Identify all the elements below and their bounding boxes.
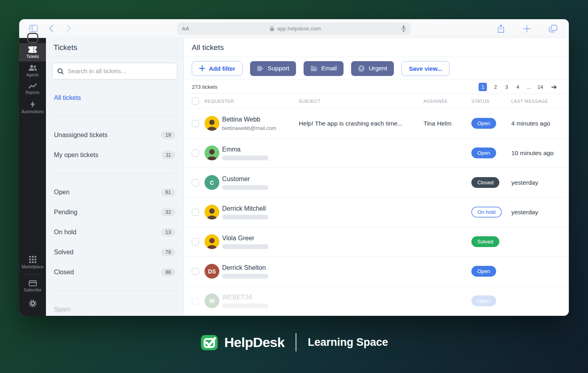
- row-checkbox[interactable]: [192, 179, 199, 186]
- chats-icon[interactable]: [27, 33, 38, 43]
- row-checkbox[interactable]: [192, 268, 199, 275]
- view-solved[interactable]: Solved 79: [54, 242, 175, 262]
- microphone-icon[interactable]: [401, 25, 406, 32]
- filter-chip-support[interactable]: Support: [250, 61, 296, 76]
- view-pending[interactable]: Pending 32: [54, 202, 175, 222]
- view-closed[interactable]: Closed 88: [54, 262, 175, 282]
- filter-chip-urgent[interactable]: Urgent: [351, 61, 394, 76]
- page-1[interactable]: 1: [479, 83, 487, 91]
- count-badge: 19: [161, 131, 175, 139]
- next-page-icon[interactable]: ➔: [551, 83, 557, 91]
- sidebar-toggle-icon[interactable]: [29, 24, 38, 33]
- ticket-search[interactable]: [52, 63, 177, 80]
- rail-item-marketplace[interactable]: Marketplace: [19, 253, 46, 272]
- rail-item-subscribe[interactable]: Subscribe: [19, 277, 46, 295]
- status-badge[interactable]: On hold: [471, 207, 502, 217]
- col-assignee: ASSIGNEE: [423, 99, 471, 104]
- divider: [54, 174, 175, 174]
- ticket-row[interactable]: Bettina Webb bettinawebb@mail.com Help! …: [184, 109, 569, 138]
- placeholder-bar: [222, 303, 268, 308]
- grid-icon: [29, 256, 36, 263]
- status-badge[interactable]: Open: [471, 295, 496, 306]
- list-meta-bar: 273 tickets 1 2 3 4 ... 14 ➔: [184, 80, 569, 94]
- forward-icon[interactable]: [64, 24, 74, 33]
- url-text: app.helpdesk.com: [277, 26, 321, 32]
- people-icon: [28, 65, 37, 71]
- chart-line-icon: [28, 83, 37, 89]
- ticket-row[interactable]: C Customer Closed yesterday: [184, 168, 569, 197]
- lightning-icon: [30, 101, 36, 108]
- add-filter-button[interactable]: Add filter: [192, 61, 242, 76]
- ticket-row[interactable]: Emma Open 10 minutes ago: [184, 138, 569, 168]
- new-tab-icon[interactable]: [522, 24, 532, 34]
- avatar: [205, 116, 219, 131]
- panel-title: Tickets: [46, 38, 183, 57]
- folder-icon: [310, 66, 317, 72]
- ticket-row[interactable]: Viola Greer Solved: [184, 227, 569, 257]
- tabs-overview-icon[interactable]: [548, 24, 558, 34]
- rail-item-agents[interactable]: Agents: [19, 62, 46, 80]
- brand-name: HelpDesk: [224, 335, 284, 350]
- lock-icon: [270, 26, 274, 31]
- requester-name: WEBET24: [222, 294, 299, 301]
- rail-item-reports[interactable]: Reports: [19, 80, 46, 98]
- row-checkbox[interactable]: [192, 209, 199, 216]
- requester-name: Viola Greer: [222, 235, 299, 242]
- view-unassigned-tickets[interactable]: Unassigned tickets 19: [54, 125, 175, 145]
- row-checkbox[interactable]: [192, 238, 199, 245]
- share-icon[interactable]: [496, 24, 506, 34]
- search-input[interactable]: [68, 68, 172, 75]
- reader-mode-button[interactable]: AA: [182, 26, 189, 32]
- row-checkbox[interactable]: [192, 150, 199, 157]
- count-badge: 13: [161, 228, 175, 236]
- last-message-time: yesterday: [511, 209, 569, 216]
- rail-item-automations[interactable]: Automations: [19, 98, 46, 117]
- back-icon[interactable]: [46, 24, 56, 33]
- page-4[interactable]: 4: [515, 84, 520, 90]
- select-all-checkbox[interactable]: [192, 98, 199, 105]
- status-badge[interactable]: Open: [471, 118, 496, 129]
- save-view-button[interactable]: Save view...: [401, 61, 449, 76]
- status-badge[interactable]: Open: [471, 148, 496, 158]
- ticket-row[interactable]: W WEBET24 Open: [184, 286, 569, 316]
- ticket-views-list: All tickets Unassigned tickets 19 My ope…: [46, 80, 183, 316]
- pagination: 1 2 3 4 ... 14 ➔: [479, 83, 557, 91]
- count-badge: 61: [161, 188, 175, 196]
- status-badge[interactable]: Closed: [471, 177, 499, 188]
- rail-divider: [24, 274, 42, 275]
- col-subject: SUBJECT: [299, 99, 423, 104]
- row-checkbox[interactable]: [192, 120, 199, 127]
- page-2[interactable]: 2: [493, 84, 498, 90]
- view-my-open-tickets[interactable]: My open tickets 11: [54, 145, 175, 165]
- brand-divider: [296, 333, 296, 351]
- placeholder-bar: [222, 156, 268, 160]
- address-bar[interactable]: AA app.helpdesk.com: [177, 22, 411, 35]
- requester-name: Derrick Shelton: [222, 264, 299, 271]
- page-14[interactable]: 14: [537, 84, 543, 90]
- view-on-hold[interactable]: On hold 13: [54, 222, 175, 242]
- placeholder-bar: [222, 185, 268, 190]
- browser-toolbar: AA app.helpdesk.com: [19, 19, 569, 38]
- col-last-message: LAST MESSAGE: [511, 99, 569, 104]
- tag-icon: [257, 66, 264, 72]
- status-badge[interactable]: Solved: [471, 236, 499, 247]
- placeholder-bar: [222, 274, 268, 279]
- ticket-icon: [28, 46, 37, 53]
- person-photo-icon: [205, 117, 219, 131]
- settings-gear-icon[interactable]: [28, 295, 37, 316]
- view-all-tickets[interactable]: All tickets: [54, 88, 175, 108]
- avatar: W: [205, 293, 219, 308]
- ticket-row[interactable]: Derrick Mitchell On hold yesterday: [184, 197, 569, 227]
- view-spam[interactable]: Spam: [54, 299, 175, 316]
- status-badge[interactable]: Open: [471, 266, 496, 277]
- filter-chip-email[interactable]: Email: [304, 61, 344, 76]
- row-checkbox[interactable]: [192, 297, 199, 305]
- view-open[interactable]: Open 61: [54, 182, 175, 202]
- ticket-row[interactable]: DS Derrick Shelton Open: [184, 257, 569, 286]
- requester-name: Customer: [222, 176, 299, 183]
- avatar: [205, 205, 219, 219]
- divider: [54, 116, 175, 117]
- arrow-up-circle-icon: [358, 65, 365, 72]
- page-3[interactable]: 3: [504, 84, 509, 90]
- rail-item-tickets[interactable]: Tickets: [19, 43, 46, 62]
